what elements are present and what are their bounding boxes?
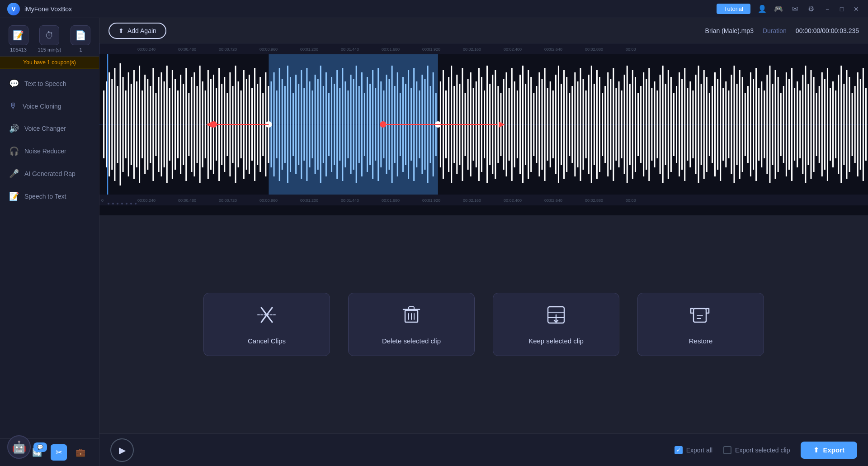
gamepad-icon[interactable]: 🎮 [774, 5, 783, 14]
minutes-value: 115 min(s) [38, 47, 61, 52]
svg-rect-111 [359, 86, 360, 163]
bottom-bar: ▶ ✓ Export all Export selected clip ⬆ Ex… [99, 433, 868, 466]
sidebar-item-noise-reducer[interactable]: 🎧 Noise Reducer [0, 140, 99, 162]
svg-rect-261 [772, 84, 774, 165]
briefcase-icon[interactable]: 💼 [72, 444, 89, 461]
main-layout: 📝 105413 ⏱ 115 min(s) 📄 1 You have 1 cou… [0, 18, 868, 466]
add-again-button[interactable]: ⬆ Add Again [108, 23, 166, 39]
tutorial-button[interactable]: Tutorial [717, 4, 750, 14]
svg-rect-29 [133, 70, 135, 179]
svg-text:00:01.920: 00:01.920 [422, 47, 440, 52]
svg-rect-47 [183, 84, 184, 165]
delete-selected-label: Delete selected clip [382, 337, 441, 345]
svg-text:00:02.880: 00:02.880 [585, 47, 603, 52]
mascot-area: 🤖 💬 [7, 435, 47, 459]
svg-rect-166 [511, 68, 513, 181]
svg-rect-170 [522, 66, 524, 183]
svg-rect-227 [679, 72, 680, 176]
svg-rect-42 [169, 88, 170, 161]
svg-rect-332 [409, 307, 414, 309]
svg-rect-197 [596, 70, 598, 179]
waveform-container[interactable]: 00:00.240 00:00.480 00:00.720 00:00.960 … [99, 43, 868, 215]
svg-rect-284 [835, 90, 836, 158]
svg-rect-280 [824, 79, 826, 170]
svg-rect-195 [591, 66, 592, 183]
svg-rect-228 [681, 79, 683, 170]
svg-rect-108 [350, 75, 352, 174]
voice-cloning-icon: 🎙 [9, 101, 17, 111]
svg-rect-180 [550, 81, 551, 167]
svg-rect-176 [538, 72, 540, 176]
svg-rect-200 [604, 86, 606, 163]
svg-rect-33 [144, 75, 146, 174]
svg-rect-99 [326, 72, 327, 176]
sidebar: 📝 105413 ⏱ 115 min(s) 📄 1 You have 1 cou… [0, 18, 99, 466]
svg-rect-208 [627, 66, 628, 183]
cut-icon[interactable]: ✂ [51, 444, 67, 461]
window-controls: − □ ✕ [823, 5, 861, 14]
sidebar-item-text-to-speech[interactable]: 💬 Text to Speech [0, 72, 99, 95]
svg-rect-219 [657, 90, 658, 158]
svg-text:00:02.400: 00:02.400 [504, 198, 522, 203]
settings-icon[interactable]: ⚙ [807, 5, 816, 14]
svg-rect-237 [706, 77, 708, 172]
keep-selected-clip-card[interactable]: Keep selected clip [493, 293, 619, 356]
export-button[interactable]: ⬆ Export [801, 442, 857, 459]
restore-card[interactable]: Restore [637, 293, 764, 356]
svg-point-321 [112, 203, 114, 204]
app-title: iMyFone VoxBox [24, 5, 72, 13]
delete-selected-clip-card[interactable]: Delete selected clip [348, 293, 475, 356]
maximize-button[interactable]: □ [837, 5, 846, 14]
minimize-button[interactable]: − [823, 5, 832, 14]
svg-text:00:01.680: 00:01.680 [382, 198, 400, 203]
action-cards-area: Cancel Clips Delete selected clip [99, 215, 868, 433]
export-all-checkbox[interactable]: ✓ [675, 446, 683, 454]
sidebar-nav: 💬 Text to Speech 🎙 Voice Cloning 🔊 Voice… [0, 69, 99, 438]
svg-rect-110 [356, 66, 357, 183]
sidebar-item-speech-to-text[interactable]: 📝 Speech to Text [0, 185, 99, 208]
svg-rect-98 [323, 86, 324, 163]
svg-rect-264 [780, 93, 782, 156]
svg-rect-229 [684, 68, 685, 181]
svg-rect-173 [530, 77, 532, 172]
svg-rect-107 [347, 90, 349, 158]
svg-rect-234 [698, 66, 699, 183]
cancel-clips-label: Cancel Clips [248, 337, 286, 345]
svg-rect-167 [514, 81, 515, 167]
svg-text:00:02.400: 00:02.400 [504, 47, 522, 52]
cancel-clips-card[interactable]: Cancel Clips [203, 293, 330, 356]
svg-rect-271 [799, 90, 801, 158]
sidebar-item-ai-rap[interactable]: 🎤 AI Generated Rap [0, 162, 99, 185]
svg-rect-39 [161, 72, 162, 176]
export-all-label[interactable]: ✓ Export all [675, 446, 712, 454]
sidebar-stats: 📝 105413 ⏱ 115 min(s) 📄 1 [0, 18, 99, 57]
svg-rect-82 [279, 68, 280, 181]
play-button[interactable]: ▶ [110, 438, 134, 462]
svg-rect-43 [172, 70, 173, 179]
svg-rect-23 [117, 86, 118, 163]
sidebar-item-voice-changer[interactable]: 🔊 Voice Changer [0, 117, 99, 140]
sidebar-item-voice-cloning[interactable]: 🎙 Voice Cloning [0, 95, 99, 117]
export-selected-checkbox[interactable] [723, 446, 731, 454]
svg-rect-276 [813, 77, 815, 172]
svg-rect-27 [128, 72, 129, 176]
svg-rect-236 [703, 70, 705, 179]
close-button[interactable]: ✕ [852, 5, 861, 14]
svg-rect-169 [519, 75, 521, 174]
play-icon: ▶ [119, 445, 126, 456]
user-icon[interactable]: 👤 [758, 5, 767, 14]
svg-rect-238 [709, 93, 710, 156]
svg-rect-19 [106, 81, 107, 167]
svg-rect-114 [367, 77, 368, 172]
svg-rect-37 [155, 93, 156, 156]
waveform-canvas[interactable]: ◀ ▶ [99, 54, 868, 195]
svg-rect-275 [811, 70, 812, 179]
svg-rect-214 [643, 72, 644, 176]
mail-icon[interactable]: ✉ [790, 5, 799, 14]
svg-rect-250 [742, 77, 743, 172]
svg-text:00:03: 00:03 [626, 47, 636, 52]
svg-rect-30 [136, 81, 137, 167]
timeline-top-svg: 00:00.240 00:00.480 00:00.720 00:00.960 … [99, 43, 868, 54]
export-selected-label[interactable]: Export selected clip [723, 446, 790, 454]
svg-rect-184 [561, 84, 562, 165]
